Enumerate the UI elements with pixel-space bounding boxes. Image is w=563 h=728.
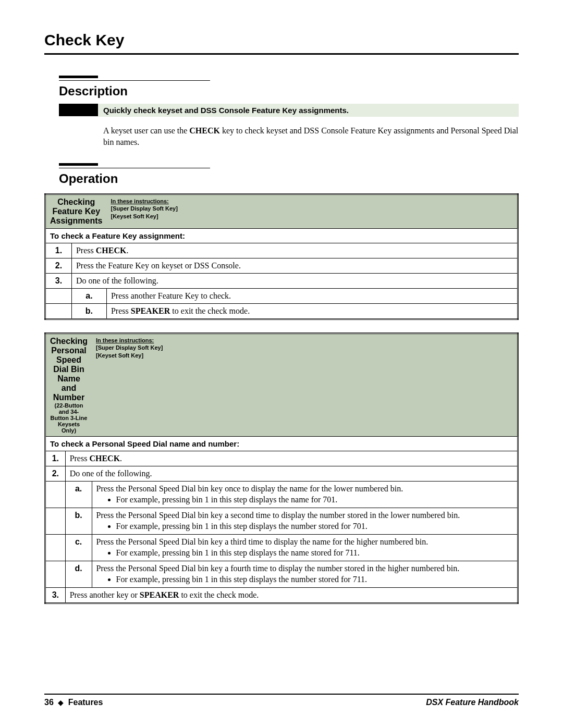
section-bar <box>59 76 98 78</box>
table2-row-2c: c. Press the Personal Speed Dial bin key… <box>45 535 518 561</box>
step-text: Press the Personal Speed Dial bin key on… <box>92 482 518 508</box>
instructions-note: In these instructions: [Super Display So… <box>96 337 513 359</box>
step-text: Press another Feature Key to check. <box>106 289 518 304</box>
step-number: 1. <box>45 243 72 258</box>
t: Press the Personal Speed Dial bin key a … <box>96 511 460 520</box>
step-text: Press the Personal Speed Dial bin key a … <box>92 535 518 561</box>
section-bar <box>59 163 98 166</box>
step-text: Do one of the following. <box>65 466 518 482</box>
step-text: Press the Personal Speed Dial bin key a … <box>92 508 518 535</box>
instructions-note: In these instructions: [Super Display So… <box>111 198 513 220</box>
table2-row-2b: b. Press the Personal Speed Dial bin key… <box>45 508 518 535</box>
blank <box>45 508 66 535</box>
t: Press <box>111 306 131 315</box>
description-callout: Quickly check keyset and DSS Console Fea… <box>59 104 519 117</box>
t: SPEAKER <box>140 590 179 599</box>
note-line1: In these instructions: <box>111 198 168 204</box>
step-number: 1. <box>45 451 66 466</box>
table1-row-3a: a. Press another Feature Key to check. <box>45 289 518 304</box>
table2-row-2a: a. Press the Personal Speed Dial bin key… <box>45 482 518 508</box>
step-text: Press another key or SPEAKER to exit the… <box>65 588 518 603</box>
step-letter: c. <box>65 535 92 561</box>
table1-row-3b: b. Press SPEAKER to exit the check mode. <box>45 304 518 319</box>
t: Press another key or <box>70 590 140 599</box>
operation-heading-wrap: Operation <box>59 163 519 186</box>
step-letter: d. <box>65 561 92 588</box>
footer-right: DSX Feature Handbook <box>426 698 519 707</box>
bullet-list: For example, pressing bin 1 in this step… <box>96 548 513 558</box>
t: CHECK <box>96 246 127 255</box>
footer-section: Features <box>68 698 103 707</box>
callout-text: Quickly check keyset and DSS Console Fea… <box>98 104 519 117</box>
page-title: Check Key <box>44 31 519 49</box>
diamond-icon: ◆ <box>56 698 66 707</box>
bullet-list: For example, pressing bin 1 in this step… <box>96 575 513 584</box>
description-heading: Description <box>59 84 519 98</box>
blank <box>45 289 72 304</box>
bullet: For example, pressing bin 1 in this step… <box>116 495 513 504</box>
table1-subhead: To check a Feature Key assignment: <box>45 229 518 243</box>
blank <box>45 535 66 561</box>
t: Press <box>76 246 96 255</box>
table1-row-2: 2. Press the Feature Key on keyset or DS… <box>45 258 518 274</box>
table2-row-2: 2. Do one of the following. <box>45 466 518 482</box>
step-text: Press CHECK. <box>71 243 518 258</box>
t: SPEAKER <box>131 306 170 315</box>
blank <box>45 482 66 508</box>
footer-rule <box>44 694 519 695</box>
table2-subhead: To check a Personal Speed Dial name and … <box>45 437 518 451</box>
body-bold: CHECK <box>189 126 220 135</box>
step-letter: b. <box>65 508 92 535</box>
t: Press the Personal Speed Dial bin key a … <box>96 537 429 546</box>
t: Press the Personal Speed Dial bin key a … <box>96 564 460 573</box>
step-number: 2. <box>45 258 72 274</box>
section-rule <box>59 80 210 81</box>
description-body: A keyset user can use the CHECK key to c… <box>103 125 519 147</box>
bullet: For example, pressing bin 1 in this step… <box>116 522 513 531</box>
operation-heading: Operation <box>59 171 519 186</box>
step-letter: a. <box>65 482 92 508</box>
t: . <box>120 454 122 463</box>
bullet: For example, pressing bin 1 in this step… <box>116 548 513 558</box>
table-feature-key-assignments: Checking Feature Key Assignments In thes… <box>44 193 519 320</box>
step-text: Do one of the following. <box>71 274 518 289</box>
table2-title: Checking Personal Speed Dial Bin Name an… <box>50 337 88 402</box>
t: to exit the check mode. <box>170 306 250 315</box>
step-number: 2. <box>45 466 66 482</box>
bullet-list: For example, pressing bin 1 in this step… <box>96 495 513 504</box>
note-line3: [Keyset Soft Key] <box>111 213 158 219</box>
step-number: 3. <box>45 274 72 289</box>
blank <box>45 304 72 319</box>
step-text: Press CHECK. <box>65 451 518 466</box>
step-text: Press the Personal Speed Dial bin key a … <box>92 561 518 588</box>
table1-row-3: 3. Do one of the following. <box>45 274 518 289</box>
step-text: Press the Feature Key on keyset or DSS C… <box>71 258 518 274</box>
note-line1: In these instructions: <box>96 337 154 343</box>
blank <box>45 561 66 588</box>
t: . <box>126 246 128 255</box>
t: to exit the check mode. <box>179 590 259 599</box>
t: Press <box>70 454 90 463</box>
table1-header-row: Checking Feature Key Assignments In thes… <box>45 194 518 229</box>
table2-subhead-row: To check a Personal Speed Dial name and … <box>45 437 518 451</box>
t: Press the Personal Speed Dial bin key on… <box>96 484 403 493</box>
page-number: 36 <box>44 698 54 707</box>
note-line2: [Super Display Soft Key] <box>96 344 163 351</box>
bullet-list: For example, pressing bin 1 in this step… <box>96 522 513 531</box>
table2-title-sub: (22-Button and 34-Button 3-Line Keysets … <box>50 402 88 434</box>
table-speed-dial-bin: Checking Personal Speed Dial Bin Name an… <box>44 332 519 604</box>
table2-row-3: 3. Press another key or SPEAKER to exit … <box>45 588 518 603</box>
table1-subhead-row: To check a Feature Key assignment: <box>45 229 518 243</box>
note-line2: [Super Display Soft Key] <box>111 205 177 212</box>
t: CHECK <box>89 454 120 463</box>
title-rule <box>44 53 519 55</box>
footer-left: 36 ◆ Features <box>44 698 103 707</box>
section-rule <box>59 168 210 168</box>
note-line3: [Keyset Soft Key] <box>96 352 143 359</box>
step-number: 3. <box>45 588 66 603</box>
description-heading-wrap: Description <box>59 76 519 98</box>
body-pre: A keyset user can use the <box>103 126 189 135</box>
callout-black-box <box>59 104 98 116</box>
step-text: Press SPEAKER to exit the check mode. <box>106 304 518 319</box>
table2-header-row: Checking Personal Speed Dial Bin Name an… <box>45 334 518 437</box>
